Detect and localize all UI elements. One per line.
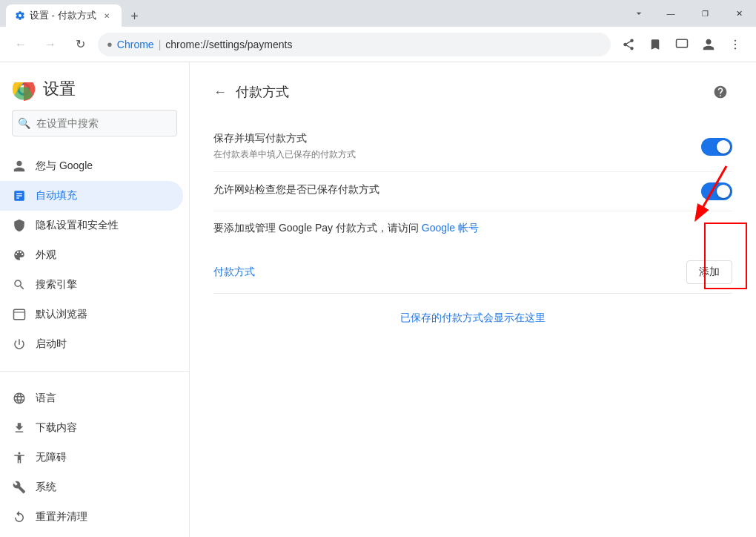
main-panel: ← 付款方式 保存并填写付款方式 在付款表单中填入已保存的付款方式 允许网站检查… bbox=[190, 62, 756, 537]
sidebar-label: 自动填充 bbox=[36, 189, 77, 202]
tab-title: 设置 - 付款方式 bbox=[30, 9, 96, 22]
new-tab-button[interactable]: + bbox=[125, 6, 145, 27]
reload-button[interactable]: ↻ bbox=[68, 33, 92, 56]
bookmark-button[interactable] bbox=[643, 33, 667, 56]
sidebar-label: 搜索引擎 bbox=[36, 278, 77, 291]
sidebar-label: 系统 bbox=[36, 481, 56, 494]
sidebar-item-you-and-google[interactable]: 您与 Google bbox=[0, 151, 183, 181]
allow-check-row: 允许网站检查您是否已保存付款方式 bbox=[213, 172, 732, 211]
share-button[interactable] bbox=[617, 33, 640, 56]
svg-point-2 bbox=[735, 43, 736, 45]
sidebar-label: 重置并清理 bbox=[36, 510, 87, 524]
sidebar-item-appearance[interactable]: 外观 bbox=[0, 240, 183, 270]
autofill-icon bbox=[12, 188, 27, 203]
cast-button[interactable] bbox=[670, 33, 694, 56]
sidebar-item-privacy[interactable]: 隐私设置和安全性 bbox=[0, 211, 183, 240]
maximize-button[interactable]: ❐ bbox=[688, 1, 722, 25]
settings-title: 设置 bbox=[43, 78, 76, 100]
save-payment-label: 保存并填写付款方式 bbox=[213, 132, 701, 145]
svg-point-3 bbox=[735, 47, 736, 49]
sidebar-section-main: 您与 Google 自动填充 隐私设置和安全性 外观 bbox=[0, 145, 189, 365]
accessibility-icon bbox=[12, 450, 27, 465]
allow-check-text: 允许网站检查您是否已保存付款方式 bbox=[213, 183, 701, 200]
payment-methods-section-header: 付款方式 添加 bbox=[213, 246, 732, 294]
sidebar-section-advanced: 语言 下载内容 无障碍 系统 bbox=[0, 378, 189, 537]
main-content: 设置 🔍 您与 Google 自动填充 bbox=[0, 62, 756, 537]
sidebar-label: 隐私设置和安全性 bbox=[36, 219, 119, 232]
url-separator: | bbox=[159, 39, 162, 50]
minimize-button[interactable]: — bbox=[654, 1, 688, 25]
save-payment-row: 保存并填写付款方式 在付款表单中填入已保存的付款方式 bbox=[213, 122, 732, 172]
save-payment-toggle[interactable] bbox=[701, 138, 732, 156]
sidebar-item-default-browser[interactable]: 默认浏览器 bbox=[0, 300, 183, 329]
sidebar-item-downloads[interactable]: 下载内容 bbox=[0, 413, 183, 443]
sidebar-item-accessibility[interactable]: 无障碍 bbox=[0, 443, 183, 472]
sidebar-label: 语言 bbox=[36, 392, 56, 405]
sidebar-header: 设置 bbox=[0, 62, 189, 110]
startup-icon bbox=[12, 337, 27, 352]
search-icon: 🔍 bbox=[18, 117, 30, 129]
toggle-thumb bbox=[717, 140, 730, 154]
active-tab[interactable]: 设置 - 付款方式 ✕ bbox=[6, 4, 122, 27]
forward-button[interactable]: → bbox=[39, 33, 62, 56]
allow-check-label: 允许网站检查您是否已保存付款方式 bbox=[213, 183, 701, 197]
security-icon: ● bbox=[107, 39, 113, 50]
address-bar[interactable]: ● Chrome | chrome://settings/payments bbox=[98, 33, 611, 56]
search-engine-icon bbox=[12, 277, 27, 292]
menu-button[interactable] bbox=[723, 33, 747, 56]
google-pay-text: 要添加或管理 Google Pay 付款方式，请访问 bbox=[213, 222, 422, 234]
sidebar-item-search[interactable]: 搜索引擎 bbox=[0, 270, 183, 300]
downloads-icon bbox=[12, 421, 27, 435]
save-payment-text: 保存并填写付款方式 在付款表单中填入已保存的付款方式 bbox=[213, 132, 701, 161]
reset-icon bbox=[12, 510, 27, 524]
panel-header: ← 付款方式 bbox=[213, 80, 732, 104]
svg-rect-0 bbox=[677, 39, 688, 47]
sidebar-item-reset[interactable]: 重置并清理 bbox=[0, 502, 183, 532]
sidebar: 设置 🔍 您与 Google 自动填充 bbox=[0, 62, 190, 537]
help-button[interactable] bbox=[709, 80, 732, 104]
sidebar-item-system[interactable]: 系统 bbox=[0, 472, 183, 502]
tab-scroll-button[interactable] bbox=[624, 0, 654, 27]
svg-rect-7 bbox=[14, 309, 25, 320]
privacy-icon bbox=[12, 218, 27, 233]
google-account-link[interactable]: Google 帐号 bbox=[422, 222, 479, 234]
sidebar-label: 启动时 bbox=[36, 337, 67, 351]
url-text: chrome://settings/payments bbox=[165, 39, 292, 50]
panel-title: 付款方式 bbox=[236, 83, 289, 101]
close-button[interactable]: ✕ bbox=[722, 1, 756, 25]
chrome-label: Chrome bbox=[117, 39, 154, 50]
navigation-bar: ← → ↻ ● Chrome | chrome://settings/payme… bbox=[0, 27, 756, 62]
tab-area: 设置 - 付款方式 ✕ + bbox=[6, 0, 145, 27]
system-icon bbox=[12, 480, 27, 495]
sidebar-label: 无障碍 bbox=[36, 451, 67, 464]
toggle-track-2 bbox=[701, 182, 732, 200]
sidebar-item-languages[interactable]: 语言 bbox=[0, 383, 183, 413]
add-payment-button[interactable]: 添加 bbox=[686, 260, 732, 284]
chrome-logo-icon bbox=[12, 77, 36, 101]
tab-favicon bbox=[15, 10, 25, 21]
sidebar-label: 下载内容 bbox=[36, 421, 77, 435]
allow-check-toggle[interactable] bbox=[701, 182, 732, 200]
sidebar-divider-1 bbox=[0, 371, 189, 372]
toggle-thumb-2 bbox=[717, 185, 730, 198]
panel-back-button[interactable]: ← bbox=[213, 85, 227, 100]
payment-section-title: 付款方式 bbox=[213, 266, 686, 279]
sidebar-item-startup[interactable]: 启动时 bbox=[0, 329, 183, 359]
empty-state: 已保存的付款方式会显示在这里 bbox=[213, 294, 732, 343]
browser-icon bbox=[12, 307, 27, 322]
back-button[interactable]: ← bbox=[9, 33, 33, 56]
tab-close-button[interactable]: ✕ bbox=[101, 10, 113, 22]
languages-icon bbox=[12, 391, 27, 406]
save-payment-desc: 在付款表单中填入已保存的付款方式 bbox=[213, 148, 701, 161]
svg-point-1 bbox=[735, 39, 736, 41]
empty-state-text: 已保存的付款方式会显示在这里 bbox=[400, 312, 546, 323]
nav-actions bbox=[617, 33, 747, 56]
search-input[interactable] bbox=[12, 110, 177, 136]
person-icon bbox=[12, 159, 27, 174]
sidebar-label: 外观 bbox=[36, 248, 56, 262]
google-pay-section: 要添加或管理 Google Pay 付款方式，请访问 Google 帐号 bbox=[213, 211, 732, 246]
sidebar-label: 默认浏览器 bbox=[36, 308, 87, 321]
title-bar: 设置 - 付款方式 ✕ + — ❐ ✕ bbox=[0, 0, 756, 27]
profile-button[interactable] bbox=[697, 33, 720, 56]
sidebar-item-autofill[interactable]: 自动填充 bbox=[0, 181, 183, 211]
